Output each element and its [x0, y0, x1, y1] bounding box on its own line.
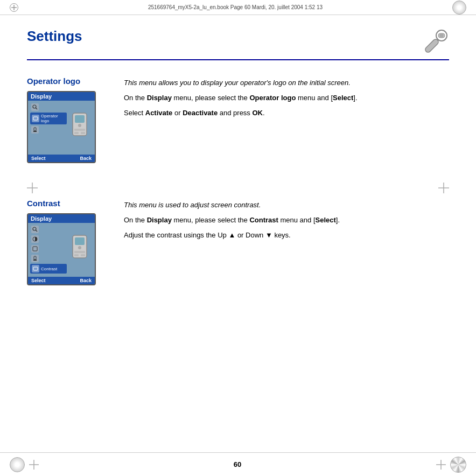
svg-rect-32 — [74, 254, 79, 256]
phone1-select-btn: Select — [31, 156, 46, 161]
svg-rect-9 — [34, 128, 36, 131]
phone1-menu-row-3 — [30, 125, 67, 134]
phone2-device-img — [67, 225, 93, 275]
phone2-select-btn: Select — [31, 278, 46, 283]
phone2-menu-row-3 — [30, 244, 67, 253]
page-title-row: Settings — [27, 28, 449, 60]
bottom-corner-left — [10, 457, 39, 472]
svg-rect-16 — [81, 132, 85, 134]
svg-point-13 — [78, 124, 81, 127]
corner-tl-decoration — [10, 3, 18, 12]
operator-logo-heading: Operator logo — [27, 76, 108, 86]
svg-rect-25 — [34, 256, 36, 260]
phone2-footer: Select Back — [28, 277, 95, 284]
svg-rect-4 — [424, 38, 439, 53]
svg-rect-33 — [81, 254, 85, 256]
svg-line-22 — [36, 230, 38, 232]
svg-rect-8 — [33, 117, 38, 120]
phone1-back-btn: Back — [80, 156, 92, 161]
contrast-desc3: Adjust the contrast usings the Up ▲ or D… — [124, 230, 449, 241]
phone1-menu-row-1 — [30, 103, 67, 111]
operator-logo-desc2: On the Display menu, please select the O… — [124, 93, 449, 103]
operator-logo-desc3: Select Activate or Deactivate and press … — [124, 108, 449, 118]
crosshair-left — [27, 183, 38, 193]
wrench-icon — [421, 28, 449, 56]
svg-rect-26 — [33, 260, 37, 261]
operator-logo-section: Operator logo Display — [27, 76, 449, 163]
contrast-phone: Display — [27, 213, 96, 285]
phone2-back-btn: Back — [80, 278, 92, 283]
contrast-desc2: On the Display menu, please select the C… — [124, 215, 449, 226]
svg-rect-31 — [74, 251, 85, 253]
phone2-menu-row-1 — [30, 225, 67, 234]
phone1-header: Display — [28, 92, 95, 101]
svg-point-5 — [439, 33, 444, 38]
phone1-footer: Select Back — [28, 155, 95, 162]
phone1-menu-row-highlighted: Operator logo — [30, 113, 67, 124]
crosshair-right — [438, 183, 449, 193]
corner-tr-decoration — [452, 1, 466, 15]
svg-rect-14 — [74, 129, 85, 131]
contrast-description: This menu is used to adjust screen contr… — [124, 199, 449, 245]
operator-logo-desc1: This menu allows you to display your ope… — [124, 78, 449, 88]
svg-point-21 — [33, 227, 36, 230]
page-number: 60 — [234, 460, 241, 468]
svg-rect-12 — [75, 115, 85, 123]
operator-logo-description: This menu allows you to display your ope… — [124, 76, 449, 123]
book-reference: 251669764_myX5-2a_lu_en.book Page 60 Mar… — [148, 4, 323, 10]
phone2-menu-row-4 — [30, 254, 67, 263]
svg-point-30 — [78, 246, 81, 249]
svg-point-6 — [33, 105, 36, 108]
phone1-device-img — [67, 103, 93, 152]
contrast-desc1: This menu is used to adjust screen contr… — [124, 200, 449, 211]
contrast-left: Contrast Display — [27, 199, 108, 285]
svg-rect-27 — [33, 267, 38, 270]
svg-rect-24 — [33, 247, 37, 251]
svg-rect-10 — [33, 131, 37, 132]
operator-logo-left: Operator logo Display — [27, 76, 108, 163]
phone2-menu-row-highlighted: Contrast — [30, 264, 67, 274]
svg-rect-15 — [74, 132, 79, 134]
svg-line-7 — [36, 108, 38, 110]
svg-rect-29 — [75, 237, 85, 245]
contrast-heading: Contrast — [27, 199, 108, 208]
bottom-corner-right — [436, 457, 466, 473]
phone2-header: Display — [28, 214, 95, 223]
operator-logo-phone: Display — [27, 91, 96, 163]
phone2-menu-row-2 — [30, 235, 67, 243]
contrast-section: Contrast Display — [27, 199, 449, 285]
page-title: Settings — [27, 28, 82, 45]
